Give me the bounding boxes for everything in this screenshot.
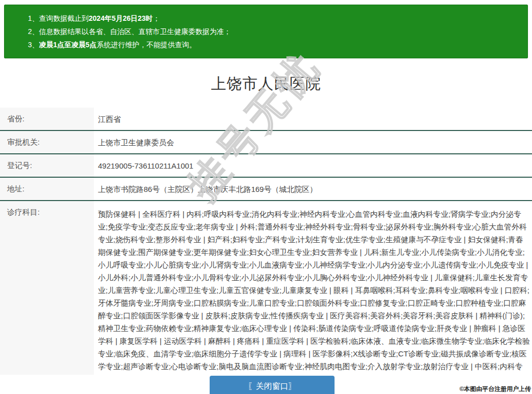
row-value: 49219005-736110211A1001 [94, 154, 532, 177]
row-value: 上饶市卫生健康委员会 [94, 131, 532, 153]
row-label: 诊疗科目: [0, 201, 94, 380]
row-value: 上饶市书院路86号（主院区）上饶市庆丰北路169号（城北院区） [94, 178, 532, 200]
copyright-notice: ©本图由平台注册用户上传 [459, 385, 531, 393]
table-row-province: 省份: 江西省 [0, 108, 532, 131]
notice-banner: 1、查询数据截止到2024年5月26日23时； 2、信息数据结果以各省、自治区、… [4, 5, 528, 58]
table-row-address: 地址: 上饶市书院路86号（主院区）上饶市庆丰北路169号（城北院区） [0, 178, 532, 201]
row-label: 登记号: [0, 154, 94, 177]
table-row-medical-subjects: 诊疗科目: 预防保健科 | 全科医疗科 | 内科;呼吸内科专业;消化内科专业;神… [0, 201, 532, 380]
footer-bar: 〖关闭窗口〗 ©本图由平台注册用户上传 [0, 375, 532, 394]
hospital-info-table: 省份: 江西省 审批机关: 上饶市卫生健康委员会 登记号: 49219005-7… [0, 108, 532, 380]
notice-line-3: 3、凌晨1点至凌晨5点系统进行维护，不能提供查询。 [28, 38, 517, 51]
close-window-button[interactable]: 〖关闭窗口〗 [210, 376, 335, 394]
page-title: 上饶市人民医院 [0, 74, 532, 94]
notice-line-1: 1、查询数据截止到2024年5月26日23时； [28, 12, 517, 25]
row-value: 江西省 [94, 108, 532, 130]
table-row-registration-number: 登记号: 49219005-736110211A1001 [0, 154, 532, 178]
table-row-approval-authority: 审批机关: 上饶市卫生健康委员会 [0, 131, 532, 154]
row-value: 预防保健科 | 全科医疗科 | 内科;呼吸内科专业;消化内科专业;神经内科专业;… [94, 201, 532, 380]
row-label: 审批机关: [0, 131, 94, 153]
row-label: 地址: [0, 178, 94, 200]
notice-line-2: 2、信息数据结果以各省、自治区、直辖市卫生健康委数据为准； [28, 25, 517, 38]
row-label: 省份: [0, 108, 94, 130]
